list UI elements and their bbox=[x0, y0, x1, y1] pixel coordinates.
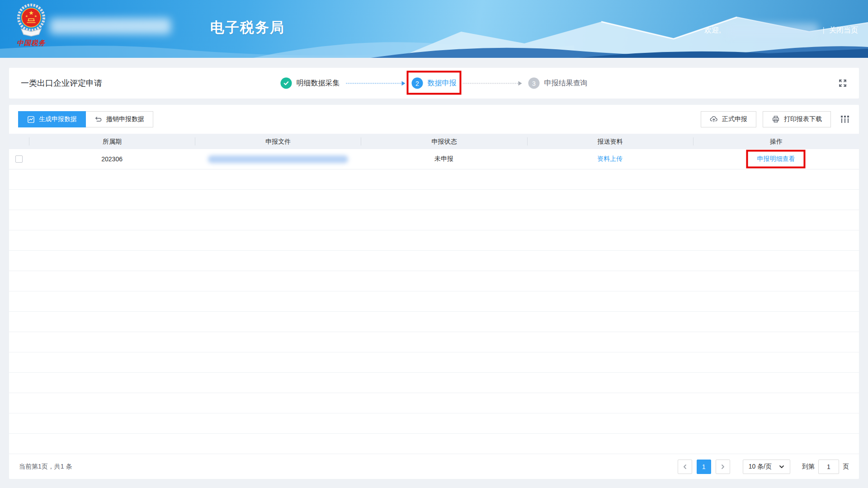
fullscreen-icon[interactable] bbox=[838, 79, 847, 88]
cell-actions: 申报明细查看 bbox=[693, 155, 859, 163]
table-empty-row bbox=[9, 210, 859, 230]
portal-title: 电子税务局 bbox=[210, 18, 285, 37]
table-empty-row bbox=[9, 190, 859, 210]
step-indicator: 明细数据采集 2 数据申报 3 申报结果查询 bbox=[281, 78, 588, 89]
svg-text:★: ★ bbox=[34, 14, 37, 18]
workflow-panel: 一类出口企业评定申请 明细数据采集 2 数据申报 3 申报结果查询 bbox=[9, 68, 859, 99]
goto-suffix-label: 页 bbox=[843, 463, 849, 471]
step-connector bbox=[463, 81, 522, 85]
step-result-query[interactable]: 3 申报结果查询 bbox=[528, 78, 588, 89]
prev-page-button[interactable] bbox=[678, 460, 692, 474]
step-number-badge: 3 bbox=[528, 78, 540, 89]
empty-rows-container bbox=[9, 169, 859, 454]
check-icon bbox=[281, 78, 292, 89]
table-row: 202306 未申报 资料上传 申报明细查看 bbox=[9, 149, 859, 169]
goto-page-input[interactable] bbox=[818, 460, 839, 474]
redacted-org-name bbox=[50, 18, 171, 34]
cell-file bbox=[195, 155, 361, 163]
formal-submit-button[interactable]: 正式申报 bbox=[701, 111, 756, 127]
step-connector bbox=[346, 81, 406, 85]
toolbar-right: 正式申报 打印报表下载 bbox=[701, 111, 850, 127]
table-header-row: 所属期 申报文件 申报状态 报送资料 操作 bbox=[9, 134, 859, 149]
step-data-declaration[interactable]: 2 数据申报 bbox=[412, 78, 457, 89]
step-label: 明细数据采集 bbox=[297, 79, 340, 88]
step-number-badge: 2 bbox=[412, 78, 423, 89]
page-size-select[interactable]: 10 条/页 bbox=[743, 460, 790, 474]
table-empty-row bbox=[9, 373, 859, 393]
current-page-button[interactable]: 1 bbox=[697, 460, 711, 474]
cell-period: 202306 bbox=[29, 155, 195, 163]
step-label: 数据申报 bbox=[428, 79, 457, 88]
pager: 1 10 条/页 到第 页 bbox=[678, 460, 849, 474]
close-page-link[interactable]: 关闭当页 bbox=[829, 26, 858, 35]
logo-caption: 中国税务 bbox=[12, 39, 51, 47]
table-empty-row bbox=[9, 271, 859, 291]
column-header-period: 所属期 bbox=[29, 137, 195, 145]
upload-cloud-icon bbox=[710, 115, 718, 123]
column-header-actions: 操作 bbox=[693, 137, 859, 145]
table-empty-row bbox=[9, 312, 859, 332]
next-page-button[interactable] bbox=[716, 460, 730, 474]
column-settings-icon[interactable] bbox=[840, 115, 850, 124]
toolbar: 生成申报数据 撤销申报数据 正式申报 打印报表下载 bbox=[9, 105, 859, 134]
main-panel: 生成申报数据 撤销申报数据 正式申报 打印报表下载 bbox=[9, 105, 859, 479]
chevron-down-icon bbox=[779, 464, 784, 469]
table-empty-row bbox=[9, 169, 859, 190]
table-empty-row bbox=[9, 230, 859, 251]
redacted-file-name bbox=[208, 155, 348, 163]
svg-text:★: ★ bbox=[28, 9, 34, 16]
chevron-right-icon bbox=[720, 464, 726, 469]
row-checkbox[interactable] bbox=[15, 155, 23, 163]
header-divider: | bbox=[823, 26, 825, 35]
table-empty-row bbox=[9, 291, 859, 312]
header-user-area: 欢迎, | 关闭当页 bbox=[704, 23, 858, 37]
table-footer: 当前第1页，共1 条 1 10 条/页 到第 页 bbox=[9, 454, 859, 479]
tax-emblem-icon: ★ ★ ★ bbox=[14, 2, 48, 39]
table-empty-row bbox=[9, 413, 859, 434]
table-empty-row bbox=[9, 332, 859, 352]
declaration-file-link[interactable] bbox=[208, 155, 348, 162]
upload-materials-link[interactable]: 资料上传 bbox=[597, 155, 623, 162]
generate-declaration-button[interactable]: 生成申报数据 bbox=[18, 111, 86, 127]
view-declaration-detail-link[interactable]: 申报明细查看 bbox=[757, 155, 795, 162]
table-empty-row bbox=[9, 393, 859, 413]
chevron-left-icon bbox=[682, 464, 688, 469]
table-empty-row bbox=[9, 352, 859, 373]
step-detail-collection[interactable]: 明细数据采集 bbox=[281, 78, 340, 89]
print-report-button[interactable]: 打印报表下载 bbox=[763, 111, 831, 127]
undo-icon bbox=[94, 116, 102, 123]
printer-icon bbox=[772, 115, 780, 123]
goto-page-group: 到第 页 bbox=[802, 460, 849, 474]
page-title: 一类出口企业评定申请 bbox=[21, 78, 102, 89]
revoke-declaration-button[interactable]: 撤销申报数据 bbox=[86, 111, 153, 127]
column-header-status: 申报状态 bbox=[361, 137, 527, 145]
welcome-label: 欢迎, bbox=[704, 26, 721, 35]
table-empty-row bbox=[9, 251, 859, 271]
pagination-summary: 当前第1页，共1 条 bbox=[19, 463, 72, 471]
chart-icon bbox=[27, 116, 35, 123]
column-header-materials: 报送资料 bbox=[527, 137, 693, 145]
svg-text:★: ★ bbox=[25, 14, 28, 18]
step-label: 申报结果查询 bbox=[544, 79, 588, 88]
goto-prefix-label: 到第 bbox=[802, 463, 815, 471]
table-empty-row bbox=[9, 434, 859, 454]
cell-status: 未申报 bbox=[361, 155, 527, 163]
declaration-table: 所属期 申报文件 申报状态 报送资料 操作 202306 未申报 资料上传 申报… bbox=[9, 134, 859, 454]
redacted-user-name bbox=[726, 23, 818, 37]
tax-logo: ★ ★ ★ 中国税务 bbox=[12, 2, 51, 47]
cell-materials: 资料上传 bbox=[527, 155, 693, 163]
column-header-file: 申报文件 bbox=[195, 137, 361, 145]
app-header: ★ ★ ★ 中国税务 电子税务局 欢迎, | 关闭当页 bbox=[0, 0, 868, 58]
